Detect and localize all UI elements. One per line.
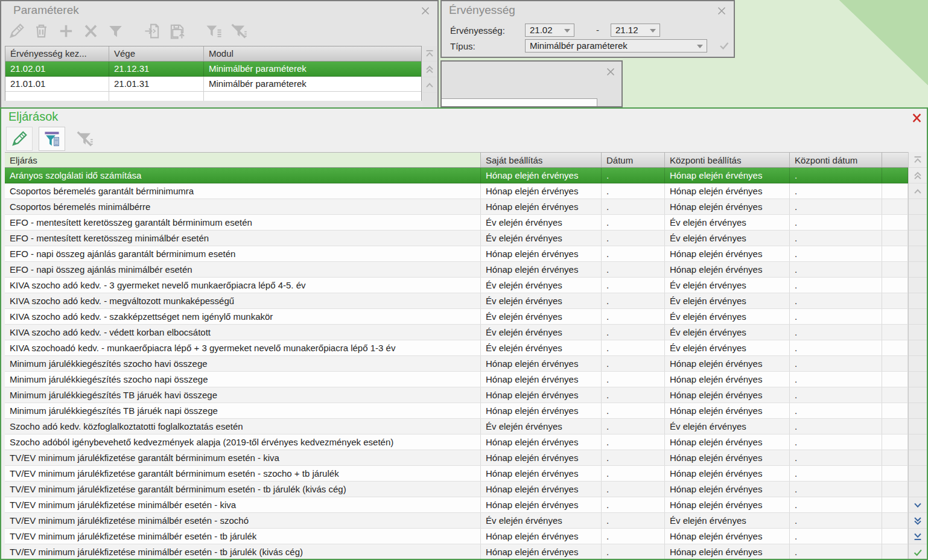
table-cell: . xyxy=(790,544,882,559)
table-row[interactable]: TV/EV minimum járulékfizetése minimálbér… xyxy=(5,513,908,529)
add-button[interactable] xyxy=(56,21,76,40)
scroll-top-icon xyxy=(424,48,435,59)
export-button[interactable] xyxy=(167,21,187,40)
table-cell: KIVA szocho adó kedv. - megváltozott mun… xyxy=(5,293,481,308)
table-cell: Év elején érvényes xyxy=(481,309,602,324)
close-button[interactable] xyxy=(421,6,430,16)
scroll-pageup-button[interactable] xyxy=(909,168,927,183)
table-cell: Év elején érvényes xyxy=(665,278,790,293)
table-cell xyxy=(882,434,908,450)
scroll-pageup-button[interactable] xyxy=(422,62,437,77)
edit-button[interactable] xyxy=(6,127,33,151)
scrollbar-cell xyxy=(422,93,437,107)
scroll-top-button[interactable] xyxy=(422,46,437,62)
column-header-central-date[interactable]: Központi dátum xyxy=(790,153,882,167)
close-button[interactable] xyxy=(606,67,615,77)
type-dropdown[interactable]: Minimálbér paraméterek xyxy=(525,39,707,52)
table-cell xyxy=(882,231,908,246)
table-row[interactable]: EFO - mentesített keretösszeg garantált … xyxy=(5,215,908,231)
scroll-up-button[interactable] xyxy=(909,183,927,199)
import-button[interactable] xyxy=(142,21,162,40)
column-header-validity-start[interactable]: Érvényesség kez... xyxy=(5,46,109,61)
table-row[interactable]: KIVA szocho adó kedv. - szakképzettséget… xyxy=(5,309,908,325)
table-row[interactable]: TV/EV minimum járulékfizetése garantált … xyxy=(5,450,908,466)
table-cell xyxy=(882,278,908,293)
scroll-pageup-icon xyxy=(912,170,923,181)
edit-button[interactable] xyxy=(6,21,27,40)
confirm-button[interactable] xyxy=(909,544,927,560)
scroll-down-button[interactable] xyxy=(909,497,927,513)
table-cell: Hónap elején érvényes xyxy=(481,168,602,183)
table-cell: Év elején érvényes xyxy=(665,231,790,246)
table-cell xyxy=(882,340,908,355)
column-header-end[interactable]: Vége xyxy=(109,46,204,61)
filter-button[interactable] xyxy=(105,21,126,40)
validity-to-dropdown[interactable]: 21.12 xyxy=(611,24,660,37)
validity-from-dropdown[interactable]: 21.02 xyxy=(525,24,574,37)
table-row[interactable]: KIVA szocho adó kedv. - védett korban el… xyxy=(5,325,908,340)
table-cell: Minimálbér paraméterek xyxy=(204,77,421,91)
scroll-pagedown-button[interactable] xyxy=(909,513,927,529)
table-row[interactable]: KIVA szocho adó kedv. - megváltozott mun… xyxy=(5,293,908,309)
table-row[interactable]: Arányos szolgálati idő számításaHónap el… xyxy=(5,168,908,183)
delete-button[interactable] xyxy=(31,21,51,40)
confirm-button[interactable] xyxy=(718,39,730,54)
table-row[interactable]: Minimum járulékkiegészítés szocho havi ö… xyxy=(5,356,908,372)
close-button[interactable] xyxy=(717,6,726,16)
cancel-button[interactable] xyxy=(80,21,101,40)
table-cell: Év elején érvényes xyxy=(665,309,790,324)
table-cell xyxy=(882,262,908,277)
table-row[interactable]: KIVA szocho adó kedv. - 3 gyermeket neve… xyxy=(5,278,908,293)
panel-title: Eljárások xyxy=(1,109,927,124)
table-cell xyxy=(882,168,908,183)
table-row[interactable]: Minimum járulékkiegészítés TB járuék nap… xyxy=(5,403,908,419)
cancel-icon xyxy=(82,22,100,40)
column-header-own-setting[interactable]: Saját beállítás xyxy=(481,153,602,167)
table-row[interactable]: Minimum járulékkiegészítés TB járuék hav… xyxy=(5,387,908,403)
table-row[interactable]: Minimum járulékkiegészítés szocho napi ö… xyxy=(5,372,908,387)
table-row[interactable]: TV/EV minimum járulékfizetése minimálbér… xyxy=(5,529,908,544)
table-row[interactable]: EFO - napi összeg ajánlás garantált bérm… xyxy=(5,246,908,262)
filter-sort-button[interactable] xyxy=(203,21,224,40)
table-row[interactable]: TV/EV minimum járulékfizetése minimálbér… xyxy=(5,544,908,560)
table-cell xyxy=(882,403,908,418)
filter-clear-button[interactable] xyxy=(228,21,249,40)
column-header-date[interactable]: Dátum xyxy=(602,153,665,167)
table-header-row: Érvényesség kez... Vége Modul xyxy=(5,46,421,62)
table-cell: . xyxy=(602,450,665,465)
table-row[interactable]: TV/EV minimum járulékfizetése minimálbér… xyxy=(5,497,908,513)
table-row[interactable]: Csoportos béremelés garantált bérminimum… xyxy=(5,183,908,199)
table-row[interactable]: Csoportos béremelés minimálbérreHónap el… xyxy=(5,199,908,215)
scroll-top-button[interactable] xyxy=(909,152,927,168)
table-row[interactable]: KIVA szochoadó kedv. - munkaerőpiacra lé… xyxy=(5,340,908,356)
scroll-up-button[interactable] xyxy=(422,77,437,93)
table-cell: Minimum járulékkiegészítés szocho napi ö… xyxy=(5,372,481,387)
table-cell: TV/EV minimum járulékfizetése garantált … xyxy=(5,482,481,497)
close-button[interactable] xyxy=(912,113,921,122)
table-cell: KIVA szochoadó kedv. - munkaerőpiacra lé… xyxy=(5,340,481,355)
table-row[interactable]: 21.02.0121.12.31Minimálbér paraméterek xyxy=(5,62,421,77)
parameters-panel: Paraméterek Érvényesség kez... Vége Modu… xyxy=(0,0,439,107)
confirm-icon xyxy=(718,39,730,51)
table-cell xyxy=(882,497,908,512)
column-header-procedure[interactable]: Eljárás xyxy=(5,153,481,167)
table-cell xyxy=(882,199,908,214)
table-row[interactable]: TV/EV minimum járulékfizetése garantált … xyxy=(5,482,908,497)
table-cell xyxy=(882,419,908,434)
scroll-bottom-button[interactable] xyxy=(909,529,927,544)
table-row[interactable]: Szocho adóból igénybevehető kedvezmények… xyxy=(5,434,908,450)
mini-panel-strip xyxy=(442,98,597,106)
empty-row xyxy=(5,92,421,101)
filter-active-button[interactable] xyxy=(39,127,65,151)
table-cell: . xyxy=(602,293,665,308)
table-cell xyxy=(882,183,908,199)
table-row[interactable]: 21.01.0121.01.31Minimálbér paraméterek xyxy=(5,77,421,92)
table-row[interactable]: Szocho adó kedv. közfoglalkoztatotti fog… xyxy=(5,419,908,434)
filter-clear-button[interactable] xyxy=(71,127,98,151)
column-header-central-setting[interactable]: Központi beállítás xyxy=(665,153,790,167)
table-row[interactable]: TV/EV minimum járulékfizetése garantált … xyxy=(5,466,908,482)
table-row[interactable]: EFO - mentesített keretösszeg minimálbér… xyxy=(5,231,908,246)
table-cell: . xyxy=(602,434,665,450)
table-row[interactable]: EFO - napi összeg ajánlás minimálbér ese… xyxy=(5,262,908,278)
column-header-module[interactable]: Modul xyxy=(204,46,421,61)
